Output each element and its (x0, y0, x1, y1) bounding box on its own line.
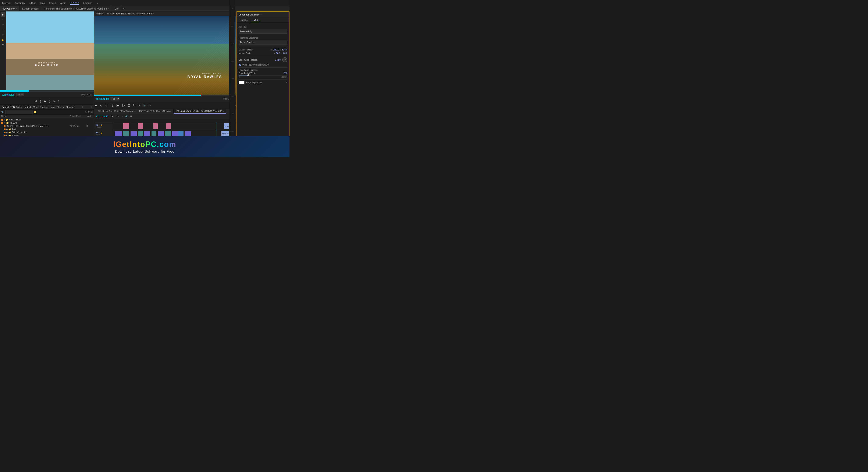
scale-y-value[interactable]: 80.0 (283, 52, 287, 55)
list-item[interactable]: 🎬 The Seam Btwn TRAILER w/ Graphics REVI… (0, 147, 94, 149)
reference-tab[interactable]: Reference: The Seam Btwn TRAILER w/ Grap… (41, 6, 112, 11)
nav-graphics[interactable]: Graphics (70, 1, 79, 5)
edge-falloff-slider[interactable] (239, 75, 287, 76)
ripple-edit-tool[interactable]: ✛ (1, 23, 5, 27)
prog-go-next[interactable]: ⟩⟩ (127, 103, 131, 108)
audio-clip[interactable]: A001_C004_0219A4... (197, 139, 214, 144)
track-eye-icon[interactable]: 👁 (98, 124, 100, 126)
nav-assembly[interactable]: Assembly (15, 2, 25, 4)
mark-out-btn[interactable]: |⊲ (52, 99, 56, 102)
pos-x-value[interactable]: 1432.0 (273, 49, 279, 51)
list-item[interactable]: 🎬 The Seam Btwn TRAILER w/ Graphics CHAN… (0, 144, 94, 147)
clip-broll-3[interactable] (130, 131, 137, 137)
project-panel-menu[interactable]: ≡ (82, 106, 84, 108)
edge-wipe-color-swatch[interactable] (239, 81, 245, 84)
lumetri-tab[interactable]: Lumetri Scopes (20, 6, 41, 11)
eg-browse-tab[interactable]: Browse (237, 18, 251, 22)
type-tool[interactable]: T (1, 43, 5, 48)
program-fit-select[interactable]: Full (111, 97, 120, 100)
list-item[interactable]: ▼ 📁 Graphics (0, 137, 94, 140)
nav-effects[interactable]: Effects (49, 2, 56, 4)
clip-3[interactable] (153, 123, 158, 129)
prog-step-back[interactable]: ◁| (110, 103, 115, 108)
find-btn[interactable]: 🔍 (10, 150, 14, 153)
prog-export-frame[interactable]: 📷 (143, 104, 147, 107)
track-select-tool[interactable]: ↔ (1, 18, 5, 22)
track-lock-icon[interactable]: 🔒 (100, 124, 102, 126)
timeline-tab-menu[interactable]: ≡ (223, 110, 224, 112)
timeline-tab-1[interactable]: TSB TRAILER for Color - Meadow (137, 109, 174, 114)
timeline-tab-0[interactable]: The Seam Btwn TRAILER w/ Graphics (96, 109, 137, 114)
nav-more[interactable]: » (97, 2, 98, 4)
mark-in-btn[interactable]: ⊳| (34, 99, 38, 102)
step-back-btn[interactable]: ⟨ (39, 99, 42, 103)
job-title-field[interactable] (239, 29, 287, 34)
slider-thumb[interactable] (247, 74, 249, 76)
nav-libraries[interactable]: Libraries (83, 2, 92, 4)
list-item[interactable]: ▶ 📁 For Mix (0, 134, 94, 137)
tl-track-select[interactable]: ⊳⊳ (115, 115, 120, 118)
clip-2[interactable] (138, 123, 143, 129)
insert-btn[interactable]: ⤵ (57, 99, 60, 103)
track-v2-eye-icon[interactable]: 👁 (98, 132, 100, 134)
project-tab[interactable]: Project: TSB_Trailer_project (2, 106, 31, 108)
clip-1[interactable] (123, 123, 129, 129)
clip-broll-2[interactable] (123, 131, 129, 137)
scale-x-value[interactable]: 80.0 (276, 52, 280, 55)
hand-tool[interactable]: ✋ (1, 38, 5, 42)
list-item[interactable]: 🎬 aaa_The Seam Btwn TRAILER MASTER 23.97… (0, 124, 94, 128)
project-panel-expand[interactable]: » (91, 106, 92, 108)
selection-tool[interactable]: ▶ (1, 12, 5, 17)
clip-broll-11[interactable] (185, 131, 191, 137)
tl-link[interactable]: ⛓ (129, 115, 133, 118)
list-item[interactable]: ▶ 📁 Adobe Stock (0, 118, 94, 121)
eg-menu-icon[interactable]: ≡ (260, 13, 261, 16)
nav-color[interactable]: Color (40, 2, 45, 4)
rate-stretch-tool[interactable]: ↔| (1, 28, 5, 32)
source-fit-select[interactable]: Fit (16, 93, 24, 96)
new-item-btn[interactable]: 🎬 (6, 150, 10, 153)
play-btn[interactable]: ▶ (43, 99, 47, 103)
effects-tab[interactable]: Effe (112, 6, 121, 11)
eg-edit-tab[interactable]: Edit (251, 18, 261, 22)
prog-add-marker[interactable]: ◆ (94, 104, 98, 107)
rotation-dial[interactable] (282, 57, 287, 62)
clip-broll-10[interactable] (179, 131, 183, 137)
markers-tab[interactable]: Markers (66, 106, 74, 108)
clip-broll-6[interactable] (152, 131, 156, 137)
tl-select-tool[interactable]: ▶ (111, 115, 114, 118)
clip-broll-8[interactable] (165, 131, 171, 137)
tl-ripple-edit[interactable]: ↕ (121, 115, 124, 118)
source-tab-menu[interactable]: ≡ (16, 8, 17, 10)
edge-wipe-rotation-value[interactable]: 232.8° (275, 59, 281, 61)
info-tab[interactable]: Info (51, 106, 55, 108)
edge-wipe-color-edit-btn[interactable]: ✎ (285, 81, 287, 84)
clip-broll-7[interactable] (158, 131, 164, 137)
reference-tab-menu[interactable]: ≡ (108, 8, 109, 10)
clip-4[interactable] (166, 123, 171, 129)
prog-go-prev[interactable]: ⟨⟨ (104, 103, 108, 108)
source-tab[interactable]: 00402).mov ≡ (0, 6, 20, 11)
list-item[interactable]: 🎬 The Seam Btwn TRAILER w/ Graphics 23.9… (0, 140, 94, 144)
nav-audio[interactable]: Audio (60, 2, 66, 4)
timeline-tab-2[interactable]: The Seam Btwn TRAILER w/ Graphics WEDS B… (174, 109, 226, 114)
delete-btn[interactable]: 🗑 (15, 150, 19, 153)
list-item[interactable]: ▶ 📁 Audio (0, 128, 94, 131)
prog-loop[interactable]: ↻ (132, 103, 136, 108)
prog-safe-margins[interactable]: ⊞ (138, 104, 141, 107)
prog-step-fwd[interactable]: |▷ (121, 103, 126, 108)
clip-broll-5[interactable] (144, 131, 150, 137)
program-timeline-bar[interactable] (94, 95, 236, 96)
media-browser-tab[interactable]: Media Browser (33, 106, 49, 108)
step-fwd-btn[interactable]: ⟩ (48, 99, 51, 103)
source-timeline-bar[interactable] (0, 90, 94, 92)
list-item[interactable]: ▼ 📁 **SEQs (0, 121, 94, 124)
new-bin-icon[interactable]: 📁 (34, 111, 37, 113)
program-header-menu[interactable]: ≡ (153, 13, 154, 15)
effects-panel-tab[interactable]: Effects (57, 106, 64, 108)
nav-learning[interactable]: Learning (2, 2, 11, 4)
prog-step-back-frame[interactable]: ◁ (99, 103, 103, 108)
nav-editing[interactable]: Editing (29, 2, 36, 4)
clip-broll-1[interactable] (115, 131, 122, 137)
wipe-falloff-checkbox[interactable] (239, 64, 241, 66)
